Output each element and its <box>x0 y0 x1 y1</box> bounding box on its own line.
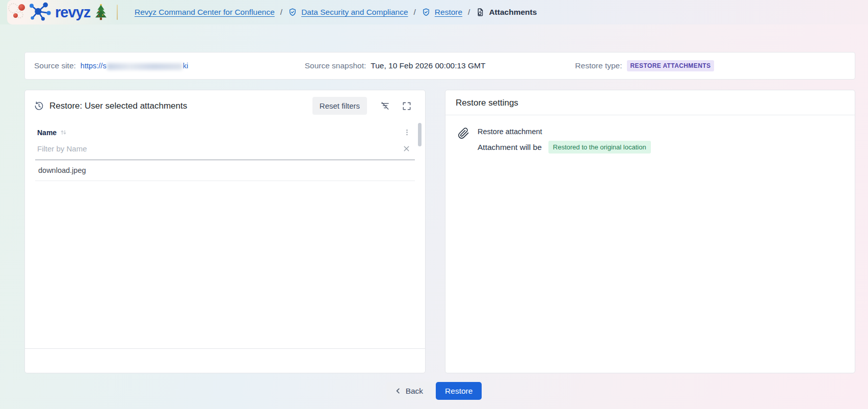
source-site-url[interactable]: https://ski <box>81 62 188 70</box>
chevron-left-icon <box>395 388 401 394</box>
redacted-url-segment <box>107 63 182 70</box>
breadcrumb-current-attachments: Attachments <box>489 8 537 17</box>
breadcrumb-link-restore[interactable]: Restore <box>435 8 462 17</box>
filter-off-icon[interactable] <box>378 98 392 113</box>
breadcrumb-separator: / <box>414 8 416 17</box>
attachments-panel-title: Restore: User selected attachments <box>49 101 187 111</box>
restore-button[interactable]: Restore <box>436 382 482 400</box>
table-row[interactable]: download.jpeg <box>35 160 415 181</box>
breadcrumb: Revyz Command Center for Confluence / Da… <box>135 8 537 17</box>
source-snapshot-field: Source snapshot: Tue, 10 Feb 2026 00:00:… <box>305 61 575 70</box>
restore-type-label: Restore type: <box>575 61 622 70</box>
christmas-tree-icon <box>93 4 109 21</box>
breadcrumb-separator: / <box>468 8 470 17</box>
restore-location-badge: Restored to the original location <box>548 141 651 154</box>
history-clock-icon <box>34 101 44 111</box>
fullscreen-icon[interactable] <box>400 99 414 113</box>
clear-x-icon[interactable] <box>400 142 413 155</box>
app-header: revyz Revyz Command Center for Confluenc… <box>0 0 868 24</box>
breadcrumb-separator: / <box>280 8 282 17</box>
source-snapshot-value: Tue, 10 Feb 2026 00:00:13 GMT <box>371 61 485 70</box>
source-snapshot-label: Source snapshot: <box>305 61 366 70</box>
vertical-scrollbar[interactable] <box>418 123 422 146</box>
table-footer <box>25 348 425 373</box>
wizard-footer: Back Restore <box>0 382 868 400</box>
restore-attachment-option-title: Restore attachment <box>478 127 651 136</box>
attachment-file-icon <box>476 8 485 17</box>
reset-filters-button[interactable]: Reset filters <box>312 97 367 115</box>
molecule-logo-icon <box>28 2 52 22</box>
breadcrumb-link-data-security[interactable]: Data Security and Compliance <box>301 8 408 17</box>
table-empty-area <box>35 181 415 348</box>
attachments-panel: Restore: User selected attachments Reset… <box>24 90 426 373</box>
sort-arrows-icon <box>60 129 67 136</box>
filter-by-name-input[interactable] <box>37 144 400 153</box>
restore-settings-panel: Restore settings Restore attachment Atta… <box>445 90 855 373</box>
ornament-bauble-icon <box>13 13 18 18</box>
revyz-logo: revyz <box>7 0 122 24</box>
attachment-will-be-text: Attachment will be <box>478 143 542 152</box>
gold-string-decor-icon <box>117 5 118 20</box>
back-button[interactable]: Back <box>386 382 432 400</box>
shield-check-icon <box>288 8 297 17</box>
shield-check-icon <box>422 8 431 17</box>
restore-type-badge: RESTORE ATTACHMENTS <box>627 60 715 71</box>
breadcrumb-link-command-center[interactable]: Revyz Command Center for Confluence <box>135 8 275 17</box>
source-site-field: Source site: https://ski <box>34 61 305 70</box>
restore-type-field: Restore type: RESTORE ATTACHMENTS <box>575 60 846 71</box>
kebab-menu-icon[interactable] <box>401 126 413 138</box>
restore-summary-bar: Source site: https://ski Source snapshot… <box>24 52 855 80</box>
ornament-bauble-icon <box>18 4 25 11</box>
column-header-name[interactable]: Name <box>37 129 67 137</box>
paperclip-icon <box>458 127 469 139</box>
restore-settings-title: Restore settings <box>456 98 518 108</box>
logo-wordmark: revyz <box>55 5 90 20</box>
source-site-label: Source site: <box>34 61 76 70</box>
attachments-table: Name <box>25 120 425 373</box>
